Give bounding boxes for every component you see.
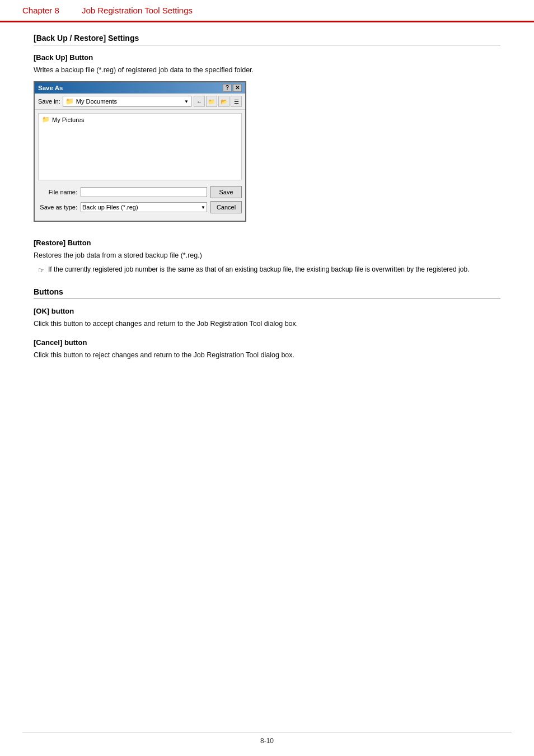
file-name-input[interactable] bbox=[81, 187, 207, 197]
backup-button-title: [Back Up] Button bbox=[34, 53, 500, 62]
note-finger-icon: ☞ bbox=[38, 265, 45, 276]
dialog-help-button[interactable]: ? bbox=[223, 84, 232, 92]
dialog-close-button[interactable]: ✕ bbox=[233, 84, 242, 92]
dialog-toolbar: Save in: 📁 My Documents ▼ ← 📁 📂 bbox=[35, 94, 245, 110]
buttons-section: Buttons [OK] button Click this button to… bbox=[34, 287, 500, 361]
folder-small-icon: 📁 bbox=[42, 116, 50, 123]
save-in-dropdown[interactable]: 📁 My Documents ▼ bbox=[63, 96, 191, 107]
folder-icon: 📁 bbox=[65, 97, 74, 105]
backup-button-subsection: [Back Up] Button Writes a backup file (*… bbox=[34, 53, 500, 230]
restore-button-subsection: [Restore] Button Restores the job data f… bbox=[34, 239, 500, 276]
restore-button-title: [Restore] Button bbox=[34, 239, 500, 247]
dialog-titlebar: Save As ? ✕ bbox=[35, 82, 245, 94]
save-as-type-row: Save as type: Back up Files (*.reg) ▼ Ca… bbox=[38, 201, 242, 213]
new-folder-button[interactable]: 📂 bbox=[218, 96, 229, 107]
dialog-toolbar-icons: ← 📁 📂 ☰ bbox=[194, 96, 242, 107]
save-button[interactable]: Save bbox=[210, 186, 242, 198]
save-as-type-dropdown[interactable]: Back up Files (*.reg) ▼ bbox=[81, 202, 207, 212]
backup-restore-header: [Back Up / Restore] Settings bbox=[34, 34, 500, 45]
dropdown-chevron-icon: ▼ bbox=[184, 99, 189, 104]
dialog-title: Save As bbox=[38, 85, 63, 91]
up-folder-button[interactable]: 📁 bbox=[206, 96, 217, 107]
file-name-row: File name: Save bbox=[38, 186, 242, 198]
save-in-label: Save in: bbox=[38, 98, 60, 105]
restore-note: ☞ If the currently registered job number… bbox=[38, 264, 500, 276]
save-as-type-chevron-icon: ▼ bbox=[201, 205, 205, 210]
file-name-label: File name: bbox=[38, 189, 77, 195]
buttons-title: Buttons bbox=[34, 287, 63, 296]
cancel-button[interactable]: Cancel bbox=[210, 201, 242, 213]
save-as-type-label: Save as type: bbox=[38, 204, 77, 211]
restore-note-text: If the currently registered job number i… bbox=[48, 264, 469, 274]
dialog-footer: File name: Save Save as type: Back up Fi… bbox=[35, 184, 245, 221]
back-button[interactable]: ← bbox=[194, 96, 205, 107]
dialog-title-controls: ? ✕ bbox=[223, 84, 242, 92]
ok-button-title: [OK] button bbox=[34, 307, 500, 315]
ok-button-description: Click this button to accept changes and … bbox=[34, 318, 500, 329]
backup-button-description: Writes a backup file (*.reg) of register… bbox=[34, 64, 500, 76]
view-button[interactable]: ☰ bbox=[231, 96, 242, 107]
chapter-label: Chapter 8 bbox=[22, 6, 59, 15]
save-as-dialog: Save As ? ✕ Save in: 📁 My Documents bbox=[34, 81, 246, 222]
backup-restore-section: [Back Up / Restore] Settings [Back Up] B… bbox=[34, 34, 500, 276]
restore-button-description: Restores the job data from a stored back… bbox=[34, 250, 500, 261]
cancel-button-title: [Cancel] button bbox=[34, 338, 500, 347]
save-as-dialog-container: Save As ? ✕ Save in: 📁 My Documents bbox=[34, 81, 246, 222]
cancel-button-subsection: [Cancel] button Click this button to rej… bbox=[34, 338, 500, 361]
page-title: Job Registration Tool Settings bbox=[82, 6, 193, 15]
save-as-type-value: Back up Files (*.reg) bbox=[82, 204, 138, 211]
buttons-header: Buttons bbox=[34, 287, 500, 299]
my-pictures-item[interactable]: 📁 My Pictures bbox=[39, 114, 241, 125]
ok-button-subsection: [OK] button Click this button to accept … bbox=[34, 307, 500, 329]
cancel-button-description: Click this button to reject changes and … bbox=[34, 349, 500, 361]
top-header-bar: Chapter 8 Job Registration Tool Settings bbox=[0, 0, 534, 22]
main-content: [Back Up / Restore] Settings [Back Up] B… bbox=[0, 22, 534, 394]
dialog-file-area[interactable]: 📁 My Pictures bbox=[38, 113, 242, 180]
body-item-label: My Pictures bbox=[52, 116, 84, 123]
backup-restore-title: [Back Up / Restore] Settings bbox=[34, 34, 139, 43]
page-footer: 8-10 bbox=[22, 732, 512, 745]
page-number: 8-10 bbox=[260, 737, 274, 745]
save-in-value: My Documents bbox=[76, 98, 117, 105]
